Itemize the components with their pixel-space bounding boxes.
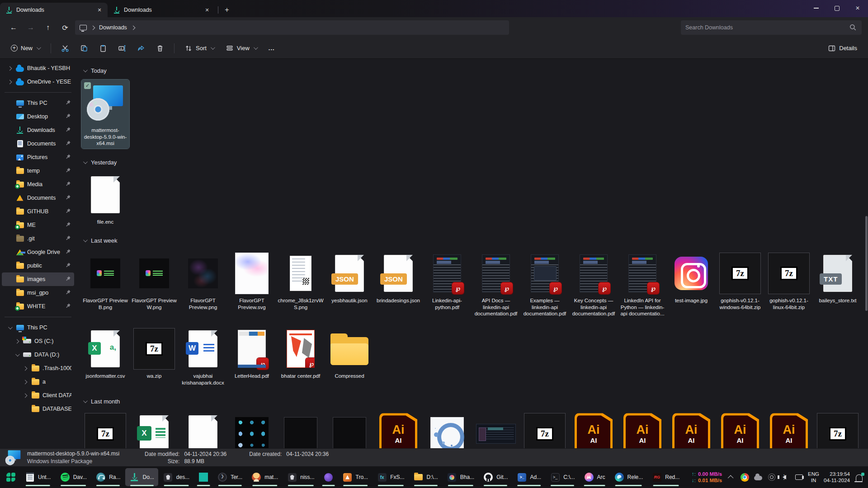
- tab-downloads-2[interactable]: Downloads: [108, 3, 215, 17]
- taskbar-app-c[interactable]: >_ C:\...: [546, 468, 579, 486]
- sidebar-item-os-c[interactable]: OS (C:): [2, 334, 74, 348]
- taskbar-app-d[interactable]: D:\...: [409, 468, 442, 486]
- chevron-right-icon[interactable]: [14, 340, 20, 343]
- file-tile-group-37-png[interactable]: Group 37.png: [228, 410, 276, 448]
- new-tab-button[interactable]: [221, 4, 233, 16]
- file-tile-document-zip[interactable]: 7z DOCUMENT.zip: [814, 410, 862, 448]
- taskbar-app-tro[interactable]: Tro...: [339, 468, 373, 486]
- scrollbar-thumb[interactable]: [865, 216, 868, 311]
- file-tile-compressed[interactable]: Compressed: [326, 325, 373, 381]
- taskbar-app-dav[interactable]: Dav...: [56, 468, 91, 486]
- volume-tray-icon[interactable]: [781, 473, 790, 482]
- sort-button[interactable]: Sort: [180, 41, 219, 56]
- file-tile-test-image-jpg[interactable]: test-image.jpg: [667, 250, 715, 306]
- taskbar-app-niss[interactable]: niss...: [283, 468, 318, 486]
- taskbar-app-vscode[interactable]: [194, 468, 212, 486]
- sidebar-item-desktop[interactable]: Desktop: [2, 110, 74, 123]
- copy-button[interactable]: [75, 41, 93, 56]
- file-tile-file-enc[interactable]: file.enc: [81, 171, 129, 227]
- file-tile-bhatar-center-pdf[interactable]: ℘ bhatar center.pdf: [277, 325, 325, 381]
- language-switcher[interactable]: ENG IN: [808, 471, 819, 484]
- back-button[interactable]: ←: [6, 20, 21, 35]
- file-tile-homem-aranha-cdr[interactable]: Homem_Aranha.cdr: [179, 410, 227, 448]
- paste-button[interactable]: [94, 41, 112, 56]
- file-tile-baileys-store-txt[interactable]: TXT baileys_store.txt: [814, 250, 862, 306]
- taskbar-app-bha[interactable]: Bha...: [443, 468, 478, 486]
- cut-button[interactable]: [57, 41, 74, 56]
- taskbar-app-unt[interactable]: Unt...: [21, 468, 55, 486]
- file-tile-adobestock-594399656-copy-ai[interactable]: AiAI AdobeStock_594399656 - Copy.ai: [716, 410, 764, 448]
- group-header-yesterday[interactable]: Yesterday: [82, 157, 865, 168]
- file-tile-linkedin-api-for-python-linkedin-api-documentatio[interactable]: ℘ LinkedIn API for Python — linkedin-api…: [618, 250, 666, 319]
- file-tile-m2m377xc-png[interactable]: m2m377xc.png: [423, 410, 471, 448]
- group-header-today[interactable]: Today: [82, 65, 865, 76]
- file-tile-adobestock-594399656-converted-ai[interactable]: AiAI AdobeStock_594399656 [Converted].ai: [374, 410, 422, 448]
- tab-close-icon[interactable]: [203, 6, 211, 14]
- sidebar-item-google-drive[interactable]: Google Drive: [2, 245, 74, 259]
- taskbar-app-mat[interactable]: mat...: [247, 468, 282, 486]
- sidebar-item-pictures[interactable]: Pictures: [2, 150, 74, 164]
- tray-overflow-button[interactable]: [726, 473, 736, 482]
- file-tile-brindadesings-json[interactable]: JSON brindadesings.json: [374, 250, 422, 306]
- file-tile-voucher-xlsx[interactable]: X voucher.xlsx: [130, 410, 178, 448]
- file-tile-chrome-j8sk1zrvws-png[interactable]: chrome_J8sk1zrvWS.png: [277, 250, 325, 312]
- file-tile-flavorgpt-preview-w-png[interactable]: FlavorGPT Preview W.png: [130, 250, 178, 312]
- chevron-down-icon[interactable]: [6, 326, 13, 329]
- taskbar-app-ter[interactable]: Ter...: [213, 468, 246, 486]
- notifications-button[interactable]: [854, 473, 863, 482]
- new-button[interactable]: New: [6, 42, 45, 55]
- forward-button[interactable]: →: [24, 20, 38, 35]
- sidebar-item-white[interactable]: WHITE: [2, 300, 74, 313]
- device-tray-icon[interactable]: [794, 473, 803, 482]
- details-pane-button[interactable]: Details: [823, 41, 862, 56]
- sidebar-item-media[interactable]: Media: [2, 178, 74, 191]
- taskbar-app-ad[interactable]: >_ Ad...: [513, 468, 546, 486]
- file-tile-flavorgpt-preview-b-png[interactable]: FlavorGPT Preview B.png: [81, 250, 129, 312]
- file-tile-flavorgpt-preview-png[interactable]: FlavorGPT Preview.png: [179, 250, 227, 312]
- file-tile-bhautik-png[interactable]: BHAUTIK.png: [472, 410, 520, 448]
- group-header-last-month[interactable]: Last month: [82, 396, 865, 407]
- file-tile-wa-zip[interactable]: 7z wa.zip: [130, 325, 178, 381]
- file-tile-examples-linkedin-api-documentation-pdf[interactable]: ℘ Examples — linkedin-api documentation.…: [521, 250, 569, 319]
- taskbar-app-red[interactable]: RG Red...: [648, 468, 684, 486]
- sidebar-item-downloads[interactable]: Downloads: [2, 123, 74, 137]
- minimize-button[interactable]: [806, 0, 826, 16]
- file-tile-rectangle-6-png[interactable]: Rectangle 6.png: [277, 410, 325, 448]
- sidebar-item-github[interactable]: GITHUB: [2, 205, 74, 218]
- sidebar-item-documents[interactable]: Documents: [2, 137, 74, 150]
- sidebar-item-documents[interactable]: Documents: [2, 191, 74, 205]
- address-bar[interactable]: Downloads: [75, 20, 509, 35]
- sidebar-item-git[interactable]: .git: [2, 232, 74, 245]
- taskbar-app-purple-round[interactable]: [320, 468, 338, 486]
- chrome-tray-icon[interactable]: [740, 473, 749, 482]
- chevron-right-icon[interactable]: [22, 367, 28, 370]
- sidebar-item-database[interactable]: DATABASE: [2, 402, 74, 416]
- vertical-scrollbar[interactable]: [865, 59, 868, 448]
- file-tile-yesbhautik-json[interactable]: JSON yesbhautik.json: [326, 250, 373, 306]
- tab-downloads-1[interactable]: Downloads: [0, 3, 108, 17]
- sidebar-item-data-d[interactable]: DATA (D:): [2, 348, 74, 361]
- sidebar-item-msi-gpo[interactable]: msi_gpo: [2, 286, 74, 300]
- sidebar-item-public[interactable]: public: [2, 259, 74, 272]
- file-tile-api-docs-linkedin-api-documentation-pdf[interactable]: ℘ API Docs — linkedin-api documentation.…: [472, 250, 520, 319]
- up-button[interactable]: ↑: [41, 20, 55, 35]
- view-button[interactable]: View: [221, 41, 262, 56]
- sidebar-item-this-pc[interactable]: This PC: [2, 96, 74, 110]
- sidebar-item-temp[interactable]: temp: [2, 164, 74, 178]
- file-tile-gophish-v0-12-1-linux-64bit-zip[interactable]: 7z gophish-v0.12.1-linux-64bit.zip: [765, 250, 813, 312]
- chevron-right-icon[interactable]: [22, 380, 28, 384]
- sidebar-item-this-pc[interactable]: This PC: [2, 321, 74, 334]
- chevron-down-icon[interactable]: [14, 353, 20, 357]
- network-speed-indicator[interactable]: ↑:0.00 MB/s ↓:0.01 MB/s: [692, 471, 722, 484]
- file-tile-key-concepts-linkedin-api-documentation-pdf[interactable]: ℘ Key Concepts — linkedin-api documentat…: [570, 250, 618, 319]
- taskbar-app-git[interactable]: Git...: [479, 468, 512, 486]
- tab-close-icon[interactable]: [96, 6, 103, 14]
- clock[interactable]: 23:19:54 04-11-2024: [824, 471, 850, 484]
- rename-button[interactable]: A: [113, 41, 131, 56]
- delete-button[interactable]: [151, 41, 169, 56]
- sidebar-item-client-data[interactable]: Client DATA: [2, 389, 74, 402]
- file-tile-linkedin-api-python-pdf[interactable]: ℘ Linkedin-api-python.pdf: [423, 250, 471, 312]
- group-header-last-week[interactable]: Last week: [82, 235, 865, 246]
- file-tile-letterhead-pdf[interactable]: ℘ LetterHead.pdf: [228, 325, 276, 381]
- file-tile-jsonformatter-csv[interactable]: Xa, jsonformatter.csv: [81, 325, 129, 381]
